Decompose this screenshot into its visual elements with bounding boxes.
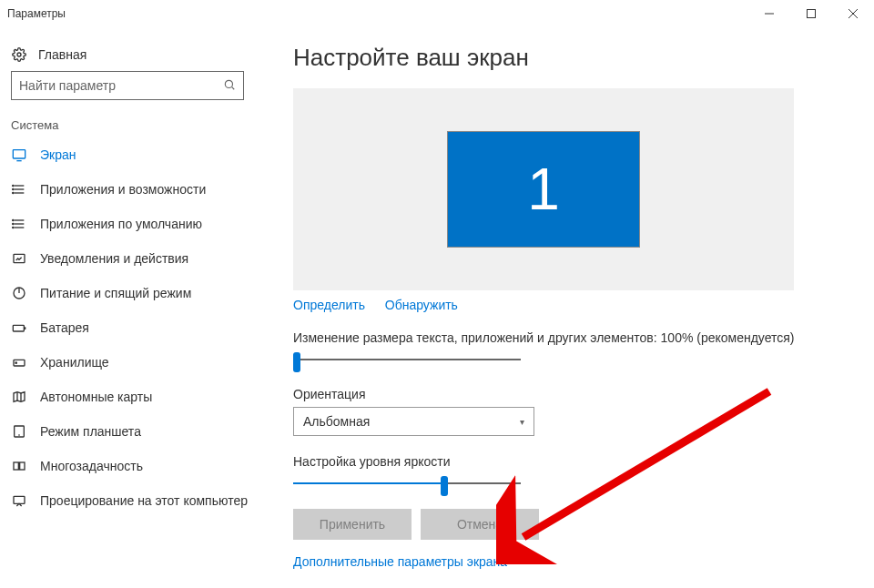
svg-rect-24: [13, 325, 24, 331]
svg-line-6: [232, 86, 235, 89]
nav-label: Приложения и возможности: [40, 182, 206, 197]
advanced-display-link[interactable]: Дополнительные параметры экрана: [293, 554, 507, 569]
minimize-button[interactable]: [748, 0, 790, 27]
nav-item-storage[interactable]: Хранилище: [0, 345, 264, 380]
svg-point-18: [13, 219, 14, 220]
gear-icon: [11, 47, 27, 62]
svg-point-12: [13, 185, 14, 186]
detect-link[interactable]: Обнаружить: [385, 298, 458, 312]
power-icon: [11, 286, 27, 300]
scale-label: Изменение размера текста, приложений и д…: [293, 330, 852, 345]
page-title: Настройте ваш экран: [293, 44, 852, 72]
orientation-value: Альбомная: [303, 414, 370, 429]
home-label: Главная: [38, 47, 86, 62]
window-title: Параметры: [7, 7, 66, 20]
nav-label: Хранилище: [40, 355, 109, 370]
apply-button[interactable]: Применить: [293, 509, 412, 540]
projecting-icon: [11, 493, 27, 508]
maximize-button[interactable]: [790, 0, 832, 27]
nav-item-battery[interactable]: Батарея: [0, 310, 264, 345]
svg-point-14: [13, 192, 14, 193]
notifications-icon: [11, 251, 27, 266]
brightness-slider[interactable]: [293, 474, 521, 492]
sidebar: Главная Найти параметр Система Экран При…: [0, 27, 264, 588]
nav-item-default-apps[interactable]: Приложения по умолчанию: [0, 207, 264, 241]
nav-label: Многозадачность: [40, 459, 143, 473]
monitor-icon: [11, 147, 27, 162]
close-button[interactable]: [832, 0, 874, 27]
storage-icon: [11, 355, 27, 370]
battery-icon: [11, 320, 27, 335]
identify-link[interactable]: Определить: [293, 298, 365, 312]
nav-label: Приложения по умолчанию: [40, 217, 202, 231]
nav-label: Режим планшета: [40, 424, 141, 439]
monitor-preview-area[interactable]: 1: [293, 88, 794, 290]
nav-item-maps[interactable]: Автономные карты: [0, 380, 264, 414]
svg-point-4: [17, 53, 21, 56]
nav-label: Питание и спящий режим: [40, 286, 191, 300]
apps-icon: [11, 182, 27, 197]
titlebar: Параметры: [0, 0, 874, 27]
nav-item-apps[interactable]: Приложения и возможности: [0, 172, 264, 207]
multitask-icon: [11, 459, 27, 473]
svg-rect-33: [20, 462, 25, 470]
nav-label: Проецирование на этот компьютер: [40, 493, 248, 508]
nav-item-multitask[interactable]: Многозадачность: [0, 449, 264, 483]
svg-rect-21: [14, 254, 25, 262]
svg-point-19: [13, 223, 14, 224]
brightness-label: Настройка уровня яркости: [293, 454, 852, 469]
nav-item-notifications[interactable]: Уведомления и действия: [0, 241, 264, 276]
monitor-1[interactable]: 1: [448, 132, 639, 247]
group-header: Система: [0, 111, 264, 137]
nav-label: Автономные карты: [40, 390, 152, 404]
search-placeholder: Найти параметр: [19, 78, 116, 93]
svg-rect-1: [808, 10, 816, 18]
svg-rect-32: [14, 462, 18, 470]
tablet-icon: [11, 424, 27, 439]
search-input[interactable]: Найти параметр: [11, 71, 244, 100]
chevron-down-icon: ▾: [520, 417, 524, 427]
nav-item-display[interactable]: Экран: [0, 137, 264, 172]
maps-icon: [11, 390, 27, 404]
svg-rect-34: [14, 496, 25, 503]
svg-point-5: [225, 80, 232, 87]
svg-point-20: [13, 227, 14, 228]
monitor-number: 1: [527, 156, 560, 223]
nav-label: Экран: [40, 147, 76, 162]
cancel-button[interactable]: Отмена: [421, 509, 539, 540]
svg-point-13: [13, 188, 14, 189]
home-button[interactable]: Главная: [0, 38, 264, 71]
orientation-label: Ориентация: [293, 387, 852, 401]
nav-item-projecting[interactable]: Проецирование на этот компьютер: [0, 483, 264, 518]
search-icon: [223, 78, 236, 94]
nav-item-power[interactable]: Питание и спящий режим: [0, 276, 264, 310]
default-apps-icon: [11, 217, 27, 231]
svg-rect-7: [13, 150, 25, 158]
nav-label: Уведомления и действия: [40, 251, 188, 266]
nav-item-tablet[interactable]: Режим планшета: [0, 414, 264, 449]
orientation-select[interactable]: Альбомная ▾: [293, 407, 534, 436]
scale-slider[interactable]: [293, 350, 521, 369]
nav-label: Батарея: [40, 320, 89, 335]
main-content: Настройте ваш экран 1 Определить Обнаруж…: [264, 27, 874, 588]
svg-point-27: [15, 362, 16, 363]
